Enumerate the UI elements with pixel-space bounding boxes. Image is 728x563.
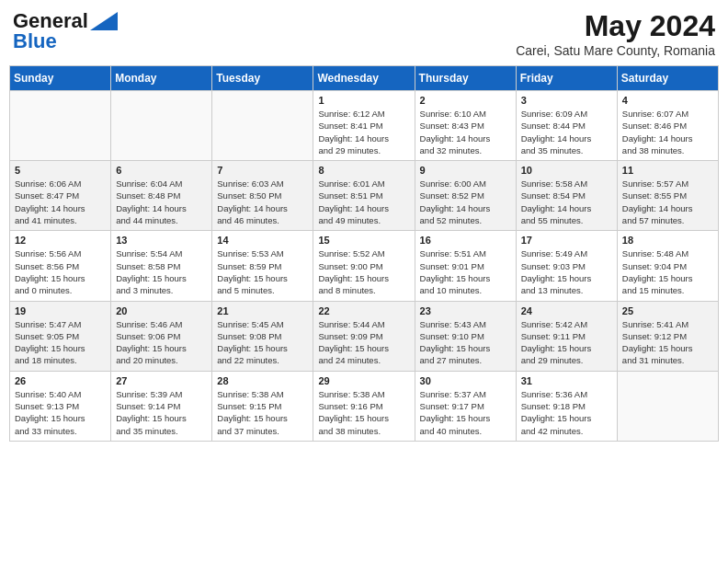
header-friday: Friday	[516, 66, 617, 91]
day-info: Sunrise: 5:58 AM Sunset: 8:54 PM Dayligh…	[521, 178, 612, 226]
day-cell: 10Sunrise: 5:58 AM Sunset: 8:54 PM Dayli…	[516, 161, 617, 231]
day-info: Sunrise: 5:38 AM Sunset: 9:16 PM Dayligh…	[318, 388, 409, 437]
day-number: 24	[521, 305, 612, 316]
day-number: 5	[15, 165, 106, 176]
day-number: 4	[622, 95, 713, 106]
day-info: Sunrise: 6:12 AM Sunset: 8:41 PM Dayligh…	[318, 108, 409, 156]
day-number: 18	[622, 235, 713, 246]
day-cell: 8Sunrise: 6:01 AM Sunset: 8:51 PM Daylig…	[313, 161, 415, 231]
day-number: 28	[217, 375, 308, 386]
day-number: 14	[217, 235, 308, 246]
day-info: Sunrise: 5:49 AM Sunset: 9:03 PM Dayligh…	[521, 247, 612, 296]
day-cell	[10, 91, 111, 161]
day-number: 20	[116, 305, 207, 316]
day-number: 7	[217, 165, 308, 176]
calendar-table: SundayMondayTuesdayWednesdayThursdayFrid…	[9, 65, 719, 442]
day-cell: 28Sunrise: 5:38 AM Sunset: 9:15 PM Dayli…	[212, 371, 313, 441]
day-number: 12	[15, 235, 106, 246]
day-cell: 5Sunrise: 6:06 AM Sunset: 8:47 PM Daylig…	[10, 161, 111, 231]
day-cell: 19Sunrise: 5:47 AM Sunset: 9:05 PM Dayli…	[10, 301, 111, 371]
day-cell: 6Sunrise: 6:04 AM Sunset: 8:48 PM Daylig…	[111, 161, 212, 231]
day-number: 30	[420, 375, 511, 386]
day-number: 31	[521, 375, 612, 386]
day-number: 6	[116, 165, 207, 176]
page-header: General Blue May 2024 Carei, Satu Mare C…	[9, 9, 719, 58]
day-number: 16	[420, 235, 511, 246]
day-cell: 21Sunrise: 5:45 AM Sunset: 9:08 PM Dayli…	[212, 301, 313, 371]
day-info: Sunrise: 6:06 AM Sunset: 8:47 PM Dayligh…	[15, 178, 106, 226]
day-number: 22	[318, 305, 409, 316]
day-number: 15	[318, 235, 409, 246]
day-number: 1	[318, 95, 409, 106]
day-cell: 25Sunrise: 5:41 AM Sunset: 9:12 PM Dayli…	[617, 301, 718, 371]
day-number: 19	[15, 305, 106, 316]
week-row-1: 1Sunrise: 6:12 AM Sunset: 8:41 PM Daylig…	[10, 91, 719, 161]
day-info: Sunrise: 5:39 AM Sunset: 9:14 PM Dayligh…	[116, 388, 207, 437]
day-cell: 13Sunrise: 5:54 AM Sunset: 8:58 PM Dayli…	[111, 231, 212, 301]
day-cell: 12Sunrise: 5:56 AM Sunset: 8:56 PM Dayli…	[10, 231, 111, 301]
day-info: Sunrise: 5:38 AM Sunset: 9:15 PM Dayligh…	[217, 388, 308, 437]
day-info: Sunrise: 5:52 AM Sunset: 9:00 PM Dayligh…	[318, 247, 409, 296]
day-info: Sunrise: 5:41 AM Sunset: 9:12 PM Dayligh…	[622, 318, 713, 367]
header-monday: Monday	[111, 66, 212, 91]
month-year: May 2024	[516, 9, 715, 43]
day-info: Sunrise: 6:01 AM Sunset: 8:51 PM Dayligh…	[318, 178, 409, 226]
day-info: Sunrise: 5:42 AM Sunset: 9:11 PM Dayligh…	[521, 318, 612, 367]
day-cell: 31Sunrise: 5:36 AM Sunset: 9:18 PM Dayli…	[516, 371, 617, 441]
day-info: Sunrise: 5:53 AM Sunset: 8:59 PM Dayligh…	[217, 247, 308, 296]
logo-blue: Blue	[13, 29, 57, 53]
day-number: 17	[521, 235, 612, 246]
day-number: 21	[217, 305, 308, 316]
day-number: 2	[420, 95, 511, 106]
day-number: 9	[420, 165, 511, 176]
week-row-5: 26Sunrise: 5:40 AM Sunset: 9:13 PM Dayli…	[10, 371, 719, 441]
day-info: Sunrise: 5:51 AM Sunset: 9:01 PM Dayligh…	[420, 247, 511, 296]
day-info: Sunrise: 5:56 AM Sunset: 8:56 PM Dayligh…	[15, 247, 106, 296]
day-cell: 27Sunrise: 5:39 AM Sunset: 9:14 PM Dayli…	[111, 371, 212, 441]
header-tuesday: Tuesday	[212, 66, 313, 91]
week-row-2: 5Sunrise: 6:06 AM Sunset: 8:47 PM Daylig…	[10, 161, 719, 231]
day-cell: 20Sunrise: 5:46 AM Sunset: 9:06 PM Dayli…	[111, 301, 212, 371]
day-info: Sunrise: 6:00 AM Sunset: 8:52 PM Dayligh…	[420, 178, 511, 226]
day-info: Sunrise: 6:09 AM Sunset: 8:44 PM Dayligh…	[521, 108, 612, 156]
day-info: Sunrise: 5:48 AM Sunset: 9:04 PM Dayligh…	[622, 247, 713, 296]
week-row-3: 12Sunrise: 5:56 AM Sunset: 8:56 PM Dayli…	[10, 231, 719, 301]
svg-marker-0	[90, 12, 118, 30]
day-number: 26	[15, 375, 106, 386]
day-cell: 9Sunrise: 6:00 AM Sunset: 8:52 PM Daylig…	[415, 161, 516, 231]
day-cell: 4Sunrise: 6:07 AM Sunset: 8:46 PM Daylig…	[617, 91, 718, 161]
header-thursday: Thursday	[415, 66, 516, 91]
day-cell: 2Sunrise: 6:10 AM Sunset: 8:43 PM Daylig…	[415, 91, 516, 161]
day-cell: 30Sunrise: 5:37 AM Sunset: 9:17 PM Dayli…	[415, 371, 516, 441]
day-cell: 17Sunrise: 5:49 AM Sunset: 9:03 PM Dayli…	[516, 231, 617, 301]
day-number: 10	[521, 165, 612, 176]
header-sunday: Sunday	[10, 66, 111, 91]
day-info: Sunrise: 5:37 AM Sunset: 9:17 PM Dayligh…	[420, 388, 511, 437]
calendar-header-row: SundayMondayTuesdayWednesdayThursdayFrid…	[10, 66, 719, 91]
day-cell: 3Sunrise: 6:09 AM Sunset: 8:44 PM Daylig…	[516, 91, 617, 161]
day-info: Sunrise: 5:57 AM Sunset: 8:55 PM Dayligh…	[622, 178, 713, 226]
day-cell: 14Sunrise: 5:53 AM Sunset: 8:59 PM Dayli…	[212, 231, 313, 301]
day-cell	[111, 91, 212, 161]
day-info: Sunrise: 5:47 AM Sunset: 9:05 PM Dayligh…	[15, 318, 106, 367]
day-info: Sunrise: 5:40 AM Sunset: 9:13 PM Dayligh…	[15, 388, 106, 437]
day-info: Sunrise: 5:46 AM Sunset: 9:06 PM Dayligh…	[116, 318, 207, 367]
logo-icon	[90, 12, 118, 30]
day-cell: 26Sunrise: 5:40 AM Sunset: 9:13 PM Dayli…	[10, 371, 111, 441]
day-cell: 18Sunrise: 5:48 AM Sunset: 9:04 PM Dayli…	[617, 231, 718, 301]
day-cell: 7Sunrise: 6:03 AM Sunset: 8:50 PM Daylig…	[212, 161, 313, 231]
day-cell	[617, 371, 718, 441]
day-info: Sunrise: 6:07 AM Sunset: 8:46 PM Dayligh…	[622, 108, 713, 156]
day-number: 3	[521, 95, 612, 106]
day-cell: 1Sunrise: 6:12 AM Sunset: 8:41 PM Daylig…	[313, 91, 415, 161]
header-saturday: Saturday	[617, 66, 718, 91]
day-cell: 22Sunrise: 5:44 AM Sunset: 9:09 PM Dayli…	[313, 301, 415, 371]
day-info: Sunrise: 5:36 AM Sunset: 9:18 PM Dayligh…	[521, 388, 612, 437]
header-wednesday: Wednesday	[313, 66, 415, 91]
day-cell: 24Sunrise: 5:42 AM Sunset: 9:11 PM Dayli…	[516, 301, 617, 371]
day-info: Sunrise: 5:44 AM Sunset: 9:09 PM Dayligh…	[318, 318, 409, 367]
day-info: Sunrise: 5:54 AM Sunset: 8:58 PM Dayligh…	[116, 247, 207, 296]
day-info: Sunrise: 5:43 AM Sunset: 9:10 PM Dayligh…	[420, 318, 511, 367]
logo: General Blue	[13, 9, 118, 53]
day-info: Sunrise: 6:04 AM Sunset: 8:48 PM Dayligh…	[116, 178, 207, 226]
